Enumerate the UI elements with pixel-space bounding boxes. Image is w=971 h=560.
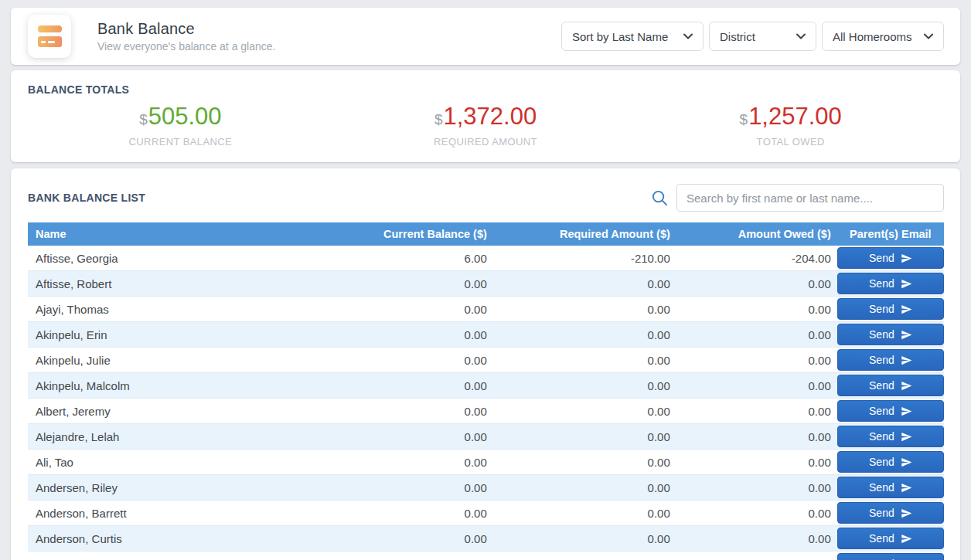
send-button-label: Send bbox=[869, 405, 894, 417]
send-email-button[interactable]: Send bbox=[837, 528, 944, 549]
student-name: Akinpelu, Erin bbox=[28, 322, 362, 348]
send-email-cell: Send bbox=[837, 322, 944, 348]
current-balance-value: 0.00 bbox=[362, 297, 493, 322]
required-amount-value: 0.00 bbox=[493, 297, 676, 322]
required-amount-value: 0.00 bbox=[493, 348, 676, 373]
bank-balance-table: Name Current Balance ($) Required Amount… bbox=[28, 222, 944, 560]
amount-owed-value: 0.00 bbox=[676, 526, 837, 552]
student-name: Aftisse, Robert bbox=[28, 271, 362, 297]
stat-label: TOTAL OWED bbox=[638, 136, 943, 148]
send-email-cell: Send bbox=[837, 348, 944, 373]
send-email-button[interactable]: Send bbox=[837, 247, 944, 269]
send-email-button[interactable]: Send bbox=[837, 553, 944, 560]
send-email-cell: Send bbox=[837, 246, 944, 271]
send-email-button[interactable]: Send bbox=[837, 324, 944, 345]
paper-plane-icon bbox=[901, 380, 912, 392]
send-email-button[interactable]: Send bbox=[837, 400, 944, 422]
student-name: Akinpelu, Malcolm bbox=[28, 373, 362, 399]
credit-card-dash bbox=[41, 41, 46, 43]
amount-owed-value: 0.00 bbox=[676, 297, 837, 322]
search-input[interactable] bbox=[676, 184, 944, 212]
amount-owed-value: 0.00 bbox=[676, 271, 837, 297]
send-email-button[interactable]: Send bbox=[837, 477, 944, 498]
paper-plane-icon bbox=[901, 507, 912, 519]
send-button-label: Send bbox=[869, 303, 894, 315]
send-email-cell: Send bbox=[837, 399, 944, 424]
list-toolbar: BANK BALANCE LIST bbox=[28, 184, 944, 212]
send-button-label: Send bbox=[869, 532, 894, 545]
homeroom-select[interactable]: All Homerooms bbox=[822, 22, 944, 51]
student-name: Aftisse, Georgia bbox=[28, 246, 362, 271]
balance-table-body: Aftisse, Georgia 6.00 -210.00 -204.00 Se… bbox=[28, 246, 944, 560]
send-email-button[interactable]: Send bbox=[837, 451, 944, 473]
stat-number: 505.00 bbox=[148, 103, 222, 130]
filter-bar: Sort by Last Name District All Homerooms bbox=[561, 22, 944, 51]
current-balance-value: 0.00 bbox=[362, 552, 493, 560]
paper-plane-icon bbox=[901, 278, 912, 290]
stat-label: REQUIRED AMOUNT bbox=[333, 136, 639, 148]
district-select[interactable]: District bbox=[709, 22, 816, 51]
send-email-button[interactable]: Send bbox=[837, 426, 944, 447]
send-email-button[interactable]: Send bbox=[837, 375, 944, 396]
send-button-label: Send bbox=[869, 507, 894, 519]
table-row: Aftisse, Robert 0.00 0.00 0.00 Send bbox=[28, 271, 944, 297]
current-balance-value: 0.00 bbox=[362, 526, 493, 552]
send-button-label: Send bbox=[869, 481, 894, 494]
current-balance-value: 0.00 bbox=[362, 271, 493, 297]
table-row: Aftisse, Georgia 6.00 -210.00 -204.00 Se… bbox=[28, 246, 944, 271]
paper-plane-icon bbox=[901, 456, 912, 468]
current-balance-value: 6.00 bbox=[362, 246, 493, 271]
column-header-name: Name bbox=[28, 222, 362, 246]
table-row: Ajayi, Thomas 0.00 0.00 0.00 Send bbox=[28, 297, 944, 322]
amount-owed-value: -204.00 bbox=[676, 246, 837, 271]
stat-number: 1,372.00 bbox=[443, 103, 537, 130]
credit-card-body bbox=[38, 36, 62, 47]
search-icon[interactable] bbox=[651, 189, 669, 207]
current-balance-value: 0.00 bbox=[362, 373, 493, 399]
table-row: Andersen, Riley 0.00 0.00 0.00 Send bbox=[28, 475, 944, 501]
amount-owed-value: 0.00 bbox=[676, 322, 837, 348]
sort-select-value: Sort by Last Name bbox=[572, 30, 668, 43]
stat-label: CURRENT BALANCE bbox=[28, 136, 333, 148]
sort-select[interactable]: Sort by Last Name bbox=[561, 22, 704, 51]
table-row: Akinpelu, Malcolm 0.00 0.00 0.00 Send bbox=[28, 373, 944, 399]
student-name: Akinpelu, Julie bbox=[28, 348, 362, 373]
table-row: Akinpelu, Erin 0.00 0.00 0.00 Send bbox=[28, 322, 944, 348]
stat-amount: $505.00 bbox=[28, 103, 333, 134]
paper-plane-icon bbox=[901, 482, 912, 494]
student-name: Ajayi, Thomas bbox=[28, 297, 362, 322]
required-amount-value: 0.00 bbox=[493, 475, 676, 501]
page: Bank Balance View everyone's balance at … bbox=[0, 0, 971, 560]
required-amount-value: 0.00 bbox=[493, 552, 676, 560]
paper-plane-icon bbox=[901, 253, 912, 264]
send-email-button[interactable]: Send bbox=[837, 502, 944, 524]
send-email-button[interactable]: Send bbox=[837, 298, 944, 320]
required-amount-value: 0.00 bbox=[493, 399, 676, 424]
amount-owed-value: 0.00 bbox=[676, 348, 837, 373]
column-header-amount-owed: Amount Owed ($) bbox=[676, 222, 837, 246]
required-amount-value: 0.00 bbox=[493, 526, 676, 552]
student-name: Alejandre, Lelah bbox=[28, 424, 362, 450]
credit-card-dash bbox=[48, 41, 55, 43]
currency-sign: $ bbox=[740, 111, 748, 127]
send-email-button[interactable]: Send bbox=[837, 349, 944, 371]
balance-totals-heading: BALANCE TOTALS bbox=[28, 83, 943, 96]
table-row: Akinpelu, Julie 0.00 0.00 0.00 Send bbox=[28, 348, 944, 373]
district-select-value: District bbox=[720, 30, 755, 43]
chevron-down-icon bbox=[796, 33, 806, 39]
send-email-button[interactable]: Send bbox=[837, 273, 944, 294]
required-amount-value: 0.00 bbox=[493, 501, 676, 526]
table-header-row: Name Current Balance ($) Required Amount… bbox=[28, 222, 944, 246]
send-email-cell: Send bbox=[837, 552, 944, 560]
send-email-cell: Send bbox=[837, 450, 944, 475]
total-owed-total: $1,257.00 TOTAL OWED bbox=[638, 103, 943, 148]
column-header-current-balance: Current Balance ($) bbox=[362, 222, 493, 246]
student-name: Bailes, Hunter bbox=[28, 552, 362, 560]
chevron-down-icon bbox=[683, 33, 693, 39]
credit-card-stripe bbox=[38, 25, 62, 32]
send-button-label: Send bbox=[869, 328, 894, 341]
student-name: Andersen, Riley bbox=[28, 475, 362, 501]
send-email-cell: Send bbox=[837, 501, 944, 526]
send-button-label: Send bbox=[869, 277, 894, 290]
chevron-down-icon bbox=[924, 33, 933, 39]
